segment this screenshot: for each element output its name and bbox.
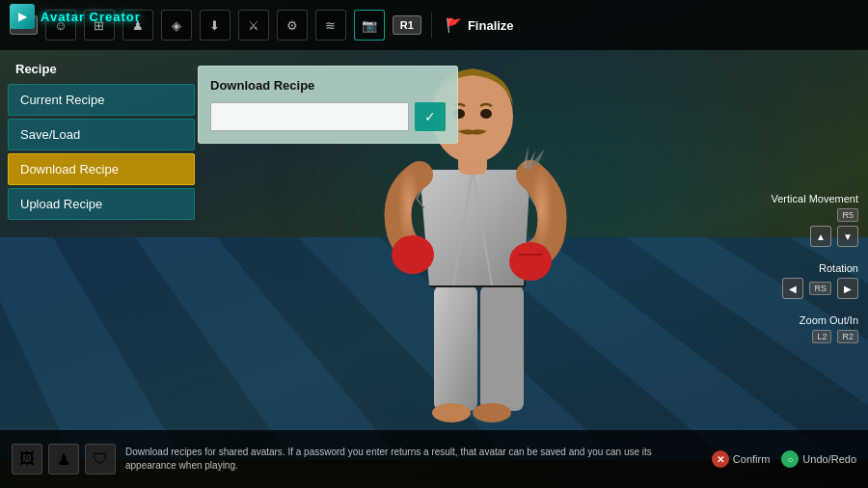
svg-point-10 <box>432 403 471 422</box>
bottom-icon-2: ♟ <box>48 444 79 474</box>
zoom-badges: L2 R2 <box>812 330 858 343</box>
nav-camera-button[interactable]: 📷 <box>354 10 385 41</box>
vertical-movement-label: Vertical Movement <box>772 193 858 204</box>
nav-effect-button[interactable]: ≋ <box>315 10 346 41</box>
title-area: ▶ Avatar Creator <box>10 4 141 29</box>
l2-badge: L2 <box>812 330 831 343</box>
circle-button[interactable]: ○ <box>781 450 799 468</box>
rotation-label: Rotation <box>819 262 858 274</box>
r5-badge: R5 <box>837 208 858 222</box>
rotation-control: Rotation ◀ RS ▶ <box>714 262 858 299</box>
r2-badge: R2 <box>837 330 858 343</box>
dialog-input-row: ✓ <box>210 102 446 131</box>
app-title: Avatar Creator <box>41 10 141 24</box>
bottom-icons: 🖼 ♟ 🛡 <box>12 444 116 474</box>
vertical-up-button[interactable]: ▲ <box>810 226 831 247</box>
bottom-icon-3: 🛡 <box>85 444 116 474</box>
rotation-left-button[interactable]: ◀ <box>782 278 803 299</box>
nav-settings-button[interactable]: ⚙ <box>277 10 308 41</box>
menu-item-download-recipe[interactable]: Download Recipe <box>8 153 195 185</box>
bottom-actions: ✕ Confirm ○ Undo/Redo <box>712 450 856 468</box>
svg-point-9 <box>480 109 492 119</box>
finalize-button[interactable]: 🚩 Finalize <box>446 17 514 33</box>
r1-trigger[interactable]: R1 <box>393 15 421 35</box>
confirm-action: ✕ Confirm <box>712 450 771 468</box>
undo-action: ○ Undo/Redo <box>781 450 856 468</box>
nav-weapon-button[interactable]: ⚔ <box>238 10 269 41</box>
menu-item-save-load[interactable]: Save/Load <box>8 119 195 150</box>
bottom-description: Download recipes for shared avatars. If … <box>125 446 702 473</box>
svg-point-3 <box>509 242 552 281</box>
menu-item-current-recipe[interactable]: Current Recipe <box>8 84 195 116</box>
bottom-icon-1: 🖼 <box>12 444 42 474</box>
left-panel: Recipe Current Recipe Save/Load Download… <box>0 50 203 230</box>
recipe-code-input[interactable] <box>210 102 409 131</box>
menu-item-upload-recipe[interactable]: Upload Recipe <box>8 188 195 220</box>
zoom-label: Zoom Out/In <box>800 314 858 326</box>
rotation-right-button[interactable]: ▶ <box>837 278 858 299</box>
vertical-arrow-buttons: ▲ ▼ <box>810 226 858 247</box>
rotation-buttons: ◀ RS ▶ <box>782 278 858 299</box>
finalize-icon: 🚩 <box>446 17 462 33</box>
right-panel: Vertical Movement R5 ▲ ▼ Rotation ◀ RS ▶… <box>714 193 858 343</box>
checkmark-icon: ✓ <box>424 109 436 124</box>
dialog-confirm-button[interactable]: ✓ <box>415 102 446 131</box>
svg-rect-1 <box>480 285 524 411</box>
panel-title: Recipe <box>8 58 195 80</box>
vertical-down-button[interactable]: ▼ <box>837 226 858 247</box>
svg-point-11 <box>473 403 511 422</box>
undo-label: Undo/Redo <box>802 453 856 465</box>
x-button[interactable]: ✕ <box>712 450 729 468</box>
vertical-movement-buttons: R5 <box>837 208 858 222</box>
zoom-control: Zoom Out/In L2 R2 <box>714 314 858 343</box>
nav-separator <box>431 12 432 39</box>
dialog-title: Download Recipe <box>210 78 446 93</box>
bottom-bar: 🖼 ♟ 🛡 Download recipes for shared avatar… <box>0 430 868 488</box>
nav-download-button[interactable]: ⬇ <box>200 10 231 41</box>
nav-accessory-button[interactable]: ◈ <box>161 10 192 41</box>
finalize-label: Finalize <box>468 18 514 33</box>
download-recipe-dialog: Download Recipe ✓ <box>198 66 458 144</box>
svg-point-5 <box>392 235 434 274</box>
rs-badge: RS <box>809 282 831 295</box>
confirm-label: Confirm <box>733 453 771 465</box>
svg-rect-0 <box>434 285 477 411</box>
vertical-movement-control: Vertical Movement R5 ▲ ▼ <box>714 193 858 247</box>
app-icon: ▶ <box>10 4 35 29</box>
